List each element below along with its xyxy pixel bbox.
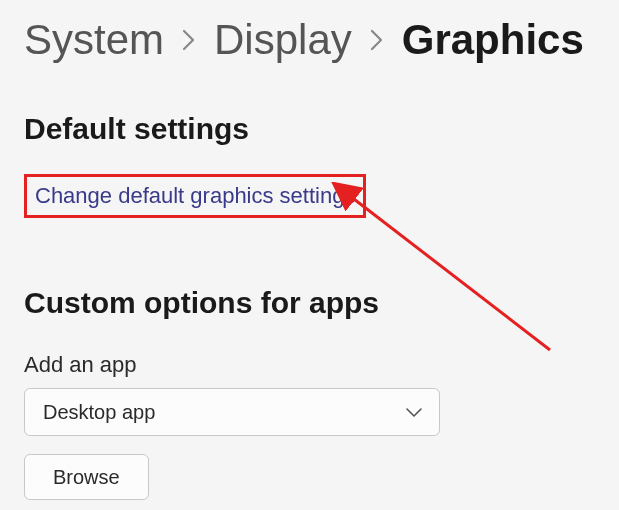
default-settings-title: Default settings [24, 112, 595, 146]
chevron-right-icon [182, 29, 196, 51]
breadcrumb-display[interactable]: Display [214, 16, 352, 64]
app-type-dropdown[interactable]: Desktop app [24, 388, 440, 436]
chevron-down-icon [405, 406, 423, 418]
browse-button[interactable]: Browse [24, 454, 149, 500]
breadcrumb-graphics: Graphics [402, 16, 584, 64]
add-an-app-label: Add an app [24, 352, 595, 378]
dropdown-selected-value: Desktop app [43, 401, 155, 424]
change-default-graphics-link[interactable]: Change default graphics settings [35, 183, 355, 208]
annotation-highlight-box: Change default graphics settings [24, 174, 366, 218]
custom-options-title: Custom options for apps [24, 286, 595, 320]
breadcrumb-system[interactable]: System [24, 16, 164, 64]
breadcrumb: System Display Graphics [24, 16, 595, 64]
chevron-right-icon [370, 29, 384, 51]
